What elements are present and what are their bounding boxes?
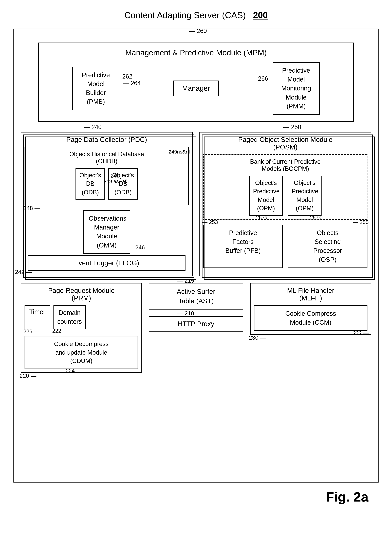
http-ref: — 210 bbox=[177, 310, 194, 317]
prm-box: Page Request Module(PRM) Timer 226 — Dom… bbox=[21, 283, 142, 373]
pmb-label: PredictiveModelBuilder(PMB) bbox=[78, 71, 114, 106]
prm-title: Page Request Module(PRM) bbox=[24, 287, 138, 302]
opm2-box: Object'sPredictiveModel(OPM) 257k bbox=[288, 176, 322, 216]
page-title-ref: 200 bbox=[253, 10, 268, 20]
pdc-ref-label: — 240 bbox=[84, 124, 102, 131]
ohdb-box-ref: 248 — bbox=[23, 205, 40, 211]
pdc-title: Page Data Collector (PDC) bbox=[24, 136, 189, 144]
ohdb-box: Objects Historical Database(OHDB) 249ns&… bbox=[24, 147, 189, 205]
elog-ref: 242 — bbox=[15, 269, 32, 275]
pmm-ref: 266 — bbox=[258, 74, 276, 83]
posm-title: Paged Object Selection Module(POSM) bbox=[203, 136, 368, 151]
center-col: Active SurferTable (AST) — 215 HTTP Prox… bbox=[149, 283, 243, 332]
cdum-ref: — 224 bbox=[59, 367, 75, 375]
posm-ref-label: — 250 bbox=[283, 124, 301, 131]
domain-ref: 222 — bbox=[52, 327, 68, 335]
page-title-text: Content Adapting Server (CAS) bbox=[124, 10, 246, 20]
http-box: HTTP Proxy — 210 bbox=[149, 316, 243, 332]
odb1-box: Object'sDB(ODB) 249 249 as&af bbox=[75, 168, 105, 199]
posm-outer: Paged Object Selection Module(POSM) Bank… bbox=[200, 132, 372, 276]
timer-label: Timer bbox=[29, 308, 45, 315]
bocpm-title: Bank of Current PredictiveModels (BOCPM) bbox=[207, 158, 364, 172]
main-container: — 260 Management & Predictive Module (MP… bbox=[14, 29, 378, 482]
ccm-box: Cookie CompressModule (CCM) 232 — bbox=[254, 305, 368, 331]
omm-ref: 246 bbox=[135, 243, 145, 251]
opm1-box: Object'sPredictiveModel(OPM) — 257a bbox=[249, 176, 283, 216]
elog-box: Event Logger (ELOG) 242 — bbox=[28, 255, 186, 271]
mlfh-ref: 230 — bbox=[249, 334, 266, 341]
pmm-label: PredictiveModelMonitoringModule(PMM) bbox=[278, 66, 314, 111]
pfb-ref: — 253 bbox=[202, 218, 218, 226]
mpm-box: Management & Predictive Module (MPM) Pre… bbox=[38, 42, 354, 122]
domain-box: Domaincounters 222 — bbox=[53, 305, 86, 329]
http-label: HTTP Proxy bbox=[178, 320, 214, 328]
pdc-outer: Page Data Collector (PDC) Objects Histor… bbox=[21, 132, 193, 276]
prm-ref: 220 — bbox=[19, 373, 36, 379]
elog-label: Event Logger (ELOG) bbox=[74, 259, 139, 267]
opm2-ref: 257k bbox=[310, 214, 321, 221]
manager-box: Manager bbox=[173, 81, 219, 96]
page-title: Content Adapting Server (CAS) 200 bbox=[14, 10, 378, 20]
ccm-ref: 232 — bbox=[353, 329, 369, 337]
timer-ref: 226 — bbox=[23, 328, 39, 335]
mlfh-outer: ML File Handler(MLFH) Cookie CompressMod… bbox=[250, 283, 371, 335]
fig-label: Fig. 2a bbox=[14, 489, 378, 505]
odb-ref2: 249 as&af bbox=[104, 178, 126, 185]
ast-ref: — 215 bbox=[177, 277, 194, 285]
timer-box: Timer 226 — bbox=[24, 305, 50, 329]
omm-box: ObservationsManagerModule(OMM) 246 bbox=[83, 210, 130, 254]
mpm-title: Management & Predictive Module (MPM) bbox=[45, 48, 347, 57]
ohdb-ref-ns: 249ns&nf bbox=[169, 149, 190, 155]
mlfh-title: ML File Handler(MLFH) bbox=[254, 287, 368, 302]
ast-box: Active SurferTable (AST) — 215 bbox=[149, 283, 243, 310]
pmb-box: PredictiveModelBuilder(PMB) — 262 — 264 bbox=[72, 67, 119, 110]
pfb-box: PredictiveFactorsBuffer (PFB) — 253 bbox=[203, 225, 283, 268]
osp-ref: — 255 bbox=[353, 218, 369, 226]
manager-label: Manager bbox=[182, 84, 210, 92]
ohdb-title: Objects Historical Database(OHDB) bbox=[28, 151, 185, 165]
pmm-box: PredictiveModelMonitoringModule(PMM) 266… bbox=[273, 62, 320, 115]
bocpm-box: Bank of Current PredictiveModels (BOCPM)… bbox=[203, 154, 368, 220]
manager-ref: — 264 bbox=[123, 79, 141, 88]
opm1-ref: — 257a bbox=[250, 214, 267, 221]
mpm-ref-arrow: — 260 bbox=[189, 28, 207, 34]
osp-box: ObjectsSelectingProcessor(OSP) — 255 bbox=[288, 225, 368, 268]
cdum-box: Cookie Decompressand update Module(CDUM)… bbox=[24, 336, 138, 369]
